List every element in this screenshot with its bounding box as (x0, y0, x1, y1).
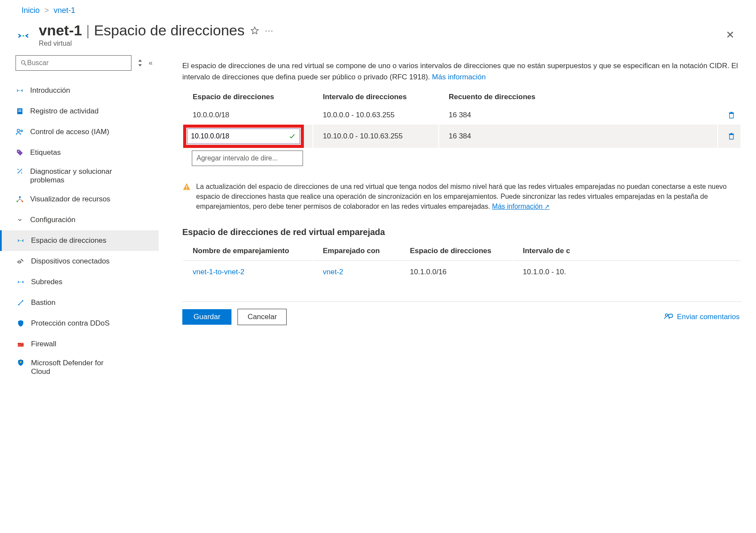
table-row: vnet-1-to-vnet-2 vnet-2 10.1.0.0/16 10.1… (183, 262, 740, 282)
svg-rect-6 (18, 111, 22, 112)
svg-point-15 (21, 259, 22, 260)
svg-point-1 (22, 61, 25, 64)
warning-box: La actualización del espacio de direccio… (182, 182, 741, 212)
svg-point-13 (20, 240, 21, 241)
main-content: El espacio de direcciones de una red vir… (159, 47, 756, 380)
svg-point-17 (18, 304, 19, 305)
activity-log-icon (16, 107, 24, 115)
more-info-link[interactable]: Más información (432, 73, 486, 81)
sidebar-item-defender[interactable]: Microsoft Defender for Cloud (0, 354, 159, 380)
sidebar-item-iam[interactable]: Control de acceso (IAM) (0, 122, 159, 142)
svg-point-7 (17, 129, 20, 132)
sidebar-item-bastion[interactable]: Bastion (0, 292, 159, 313)
defender-icon (16, 359, 25, 367)
sidebar-item-resource-viz[interactable]: Visualizador de recursos (0, 189, 159, 210)
external-link-icon: ↗ (544, 203, 550, 210)
close-icon[interactable]: ✕ (726, 29, 734, 41)
chevron-down-icon (16, 217, 24, 223)
sidebar-group-config[interactable]: Configuración (0, 210, 159, 230)
svg-point-22 (20, 361, 22, 363)
breadcrumb: Inicio > vnet-1 (0, 0, 756, 21)
iam-icon (16, 128, 24, 136)
bastion-icon (16, 299, 25, 307)
favorite-star-icon[interactable] (250, 26, 259, 35)
add-address-range-input[interactable]: Agregar intervalo de dire... (192, 150, 303, 166)
svg-point-0 (22, 35, 24, 37)
svg-rect-24 (186, 188, 187, 189)
svg-point-3 (19, 90, 20, 91)
check-icon (288, 132, 296, 140)
breadcrumb-home[interactable]: Inicio (22, 6, 40, 15)
devices-icon (16, 257, 25, 265)
tags-icon (16, 149, 24, 157)
sidebar-item-tags[interactable]: Etiquetas (0, 142, 159, 163)
delete-icon[interactable] (728, 132, 735, 141)
svg-point-16 (20, 282, 21, 282)
shield-icon (16, 320, 25, 327)
vnet-small-icon (16, 87, 24, 94)
svg-rect-26 (669, 314, 672, 317)
address-space-table: Espacio de direcciones Intervalo de dire… (182, 88, 741, 149)
table-row: 10.10.0.0 - 10.10.63.255 16 384 (183, 125, 740, 148)
col-address-range: Intervalo de direcciones (313, 88, 438, 106)
sidebar-item-devices[interactable]: Dispositivos conectados (0, 251, 159, 272)
peered-with-link[interactable]: vnet-2 (323, 268, 343, 276)
breadcrumb-resource[interactable]: vnet-1 (54, 6, 75, 15)
sidebar-search[interactable] (16, 55, 131, 71)
svg-rect-5 (18, 110, 22, 110)
peered-heading: Espacio de direcciones de red virtual em… (182, 227, 741, 237)
svg-line-2 (25, 64, 26, 66)
warning-icon (182, 182, 191, 212)
sidebar-item-introduccion[interactable]: Introducción (0, 80, 159, 101)
svg-point-8 (21, 130, 22, 132)
col-address-count: Recuento de direcciones (439, 88, 717, 106)
sidebar-item-subnets[interactable]: Subredes (0, 272, 159, 292)
page-header: vnet-1 | Espacio de direcciones ⋯ Red vi… (0, 21, 756, 47)
search-icon (20, 60, 27, 66)
page-title: vnet-1 | Espacio de direcciones (39, 22, 245, 39)
col-peered-range: Intervalo de c (513, 241, 740, 261)
vnet-small-icon (16, 237, 25, 245)
save-button[interactable]: Guardar (182, 309, 231, 325)
search-input[interactable] (27, 59, 127, 67)
firewall-icon (16, 340, 25, 348)
col-peered-with: Emparejado con (313, 241, 400, 261)
peered-table: Nombre de emparejamiento Emparejado con … (182, 241, 741, 283)
col-peered-space: Espacio de direcciones (400, 241, 512, 261)
feedback-icon (664, 313, 673, 321)
more-icon[interactable]: ⋯ (265, 25, 273, 36)
svg-rect-23 (186, 186, 187, 188)
intro-text: El espacio de direcciones de una red vir… (182, 60, 741, 82)
collapse-icon[interactable]: « (149, 59, 153, 67)
address-space-input[interactable] (187, 129, 300, 144)
sidebar-item-diagnose[interactable]: Diagnosticar y solucionar problemas (0, 163, 159, 189)
table-row: 10.0.0.0/18 10.0.0.0 - 10.0.63.255 16 38… (183, 107, 740, 124)
diagnose-icon (16, 167, 24, 175)
peering-link[interactable]: vnet-1-to-vnet-2 (193, 268, 244, 276)
chevron-right-icon: > (44, 6, 49, 15)
svg-point-25 (665, 314, 668, 316)
vnet-icon (16, 28, 31, 44)
sidebar-item-ddos[interactable]: Protección contra DDoS (0, 313, 159, 334)
subnets-icon (16, 278, 25, 286)
resource-viz-icon (16, 195, 24, 203)
highlighted-input (183, 125, 304, 148)
sidebar-item-firewall[interactable]: Firewall (0, 334, 159, 354)
resource-type: Red virtual (39, 40, 726, 47)
svg-point-9 (18, 151, 19, 152)
sidebar-item-activity[interactable]: Registro de actividad (0, 101, 159, 122)
svg-point-10 (19, 196, 21, 198)
svg-point-14 (18, 261, 21, 263)
feedback-link[interactable]: Enviar comentarios (664, 313, 740, 321)
col-address-space: Espacio de direcciones (183, 88, 312, 106)
delete-icon[interactable] (728, 111, 735, 119)
sidebar-item-address-space[interactable]: Espacio de direcciones (0, 230, 159, 251)
cancel-button[interactable]: Cancelar (237, 309, 287, 325)
svg-rect-21 (21, 344, 24, 345)
sort-icon[interactable] (137, 60, 143, 66)
warning-more-info-link[interactable]: Más información ↗ (492, 203, 550, 210)
footer-bar: Guardar Cancelar Enviar comentarios (182, 301, 741, 332)
svg-rect-20 (18, 343, 21, 344)
svg-point-18 (22, 300, 23, 301)
col-peering-name: Nombre de emparejamiento (183, 241, 312, 261)
